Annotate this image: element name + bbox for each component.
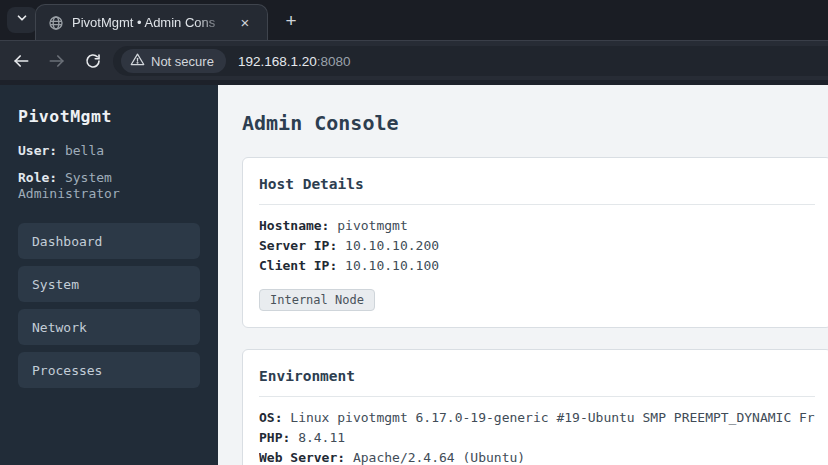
web-server-value: Apache/2.4.64 (Ubuntu)	[353, 450, 525, 465]
internal-node-badge: Internal Node	[259, 289, 375, 311]
role-row: Role: System Administrator	[18, 170, 200, 202]
web-server-label: Web Server:	[259, 450, 345, 465]
client-ip-value: 10.10.10.100	[345, 258, 439, 273]
forward-button[interactable]	[42, 46, 72, 76]
url-host: 192.168.1.20	[238, 54, 317, 69]
sidebar-item-dashboard[interactable]: Dashboard	[18, 223, 200, 259]
hostname-value: pivotmgmt	[337, 218, 407, 233]
hostname-label: Hostname:	[259, 218, 329, 233]
web-server-row: Web Server: Apache/2.4.64 (Ubuntu)	[259, 448, 815, 465]
server-ip-row: Server IP: 10.10.10.200	[259, 236, 815, 256]
page-content: PivotMgmt User: bella Role: System Admin…	[0, 85, 828, 465]
sidebar-nav: Dashboard System Network Processes	[18, 223, 200, 388]
card-body: Hostname: pivotmgmt Server IP: 10.10.10.…	[259, 216, 815, 311]
address-bar[interactable]: Not secure 192.168.1.20:8080	[113, 46, 828, 76]
os-row: OS: Linux pivotmgmt 6.17.0-19-generic #1…	[259, 408, 815, 428]
security-chip[interactable]: Not secure	[121, 49, 226, 73]
page-title: Admin Console	[242, 110, 828, 136]
security-label: Not secure	[151, 54, 214, 69]
card-title: Environment	[259, 366, 815, 397]
user-row: User: bella	[18, 143, 200, 159]
server-ip-value: 10.10.10.200	[345, 238, 439, 253]
reload-icon	[84, 52, 102, 70]
browser-toolbar: Not secure 192.168.1.20:8080	[0, 40, 828, 80]
sidebar: PivotMgmt User: bella Role: System Admin…	[0, 85, 218, 465]
url-text: 192.168.1.20:8080	[238, 54, 351, 69]
card-title: Host Details	[259, 174, 815, 205]
tab-search-button[interactable]	[7, 7, 37, 33]
os-label: OS:	[259, 410, 282, 425]
card-body: OS: Linux pivotmgmt 6.17.0-19-generic #1…	[259, 408, 815, 465]
forward-arrow-icon	[47, 51, 67, 71]
url-port: :8080	[317, 54, 351, 69]
main-area: Admin Console Host Details Hostname: piv…	[218, 85, 828, 465]
server-ip-label: Server IP:	[259, 238, 337, 253]
tab-close-icon[interactable]: ×	[236, 14, 254, 32]
environment-card: Environment OS: Linux pivotmgmt 6.17.0-1…	[242, 349, 828, 465]
hostname-row: Hostname: pivotmgmt	[259, 216, 815, 236]
php-value: 8.4.11	[298, 430, 345, 445]
client-ip-label: Client IP:	[259, 258, 337, 273]
host-details-card: Host Details Hostname: pivotmgmt Server …	[242, 157, 828, 328]
chevron-down-icon	[15, 11, 29, 29]
tab-title: PivotMgmt • Admin Cons	[72, 15, 230, 30]
user-value: bella	[65, 143, 104, 158]
sidebar-item-network[interactable]: Network	[18, 309, 200, 345]
reload-button[interactable]	[78, 46, 108, 76]
os-value: Linux pivotmgmt 6.17.0-19-generic #19-Ub…	[290, 410, 815, 425]
browser-tab-active[interactable]: PivotMgmt • Admin Cons ×	[35, 4, 268, 40]
php-row: PHP: 8.4.11	[259, 428, 815, 448]
new-tab-button[interactable]: +	[279, 9, 303, 33]
role-label: Role:	[18, 170, 57, 185]
back-arrow-icon	[11, 51, 31, 71]
sidebar-item-processes[interactable]: Processes	[18, 352, 200, 388]
php-label: PHP:	[259, 430, 290, 445]
brand-title: PivotMgmt	[18, 107, 200, 126]
client-ip-row: Client IP: 10.10.10.100	[259, 256, 815, 276]
back-button[interactable]	[6, 46, 36, 76]
warning-triangle-icon	[130, 52, 145, 71]
globe-favicon-icon	[48, 15, 64, 31]
user-label: User:	[18, 143, 57, 158]
browser-tab-bar: PivotMgmt • Admin Cons × +	[0, 0, 828, 40]
sidebar-item-system[interactable]: System	[18, 266, 200, 302]
